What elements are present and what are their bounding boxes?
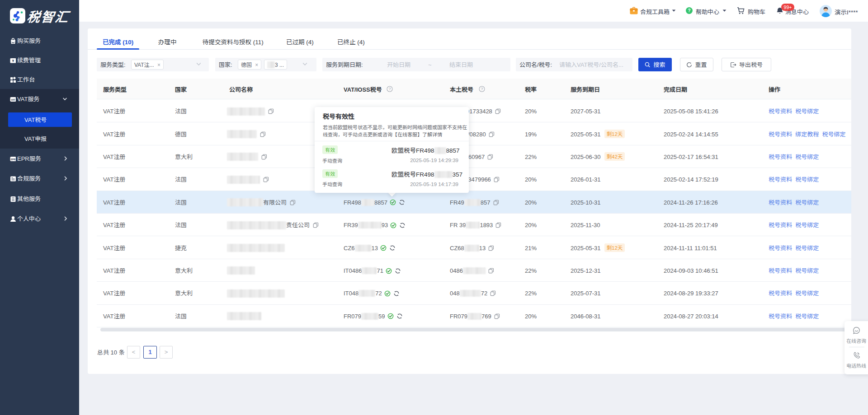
svg-text:¥: ¥ (12, 59, 14, 63)
svg-text:VAT: VAT (11, 98, 15, 101)
svg-text:EPR: EPR (11, 158, 16, 161)
svg-text:?: ? (481, 87, 483, 91)
svg-text:?: ? (688, 8, 690, 13)
svg-text:?: ? (388, 87, 391, 91)
